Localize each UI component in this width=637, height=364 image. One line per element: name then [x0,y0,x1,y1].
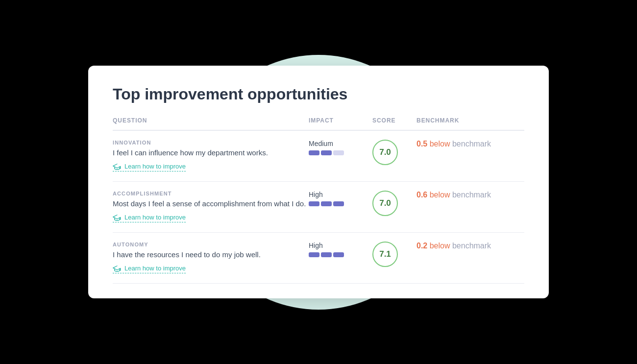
impact-bar-seg [309,150,319,155]
benchmark-value: 0.5 [416,140,430,148]
table-row: INNOVATION I feel I can influence how my… [113,130,524,182]
impact-label: Medium [309,140,372,147]
graduation-cap-icon [113,214,122,221]
learn-link-text: Learn how to improve [124,265,186,272]
impact-bar-seg [309,252,319,257]
impact-cell: High [309,233,372,284]
impact-cell: High [309,182,372,233]
score-circle: 7.0 [372,140,398,165]
question-cell: ACCOMPLISHMENT Most days I feel a sense … [113,182,309,233]
category-label: AUTONOMY [113,242,309,247]
impact-bar-seg [333,252,344,257]
category-label: INNOVATION [113,140,309,146]
question-cell: AUTONOMY I have the resources I need to … [113,233,309,284]
learn-link[interactable]: Learn how to improve [113,214,186,222]
col-header-score: SCORE [372,117,416,130]
main-card: Top improvement opportunities QUESTION I… [88,66,549,298]
table-row: ACCOMPLISHMENT Most days I feel a sense … [113,182,524,233]
benchmark-cell: 0.2 below benchmark [416,233,524,284]
category-label: ACCOMPLISHMENT [113,191,309,196]
opportunities-table: QUESTION IMPACT SCORE BENCHMARK INNOVATI… [113,117,524,284]
learn-link[interactable]: Learn how to improve [113,163,186,171]
impact-bar-seg [321,252,332,257]
learn-link[interactable]: Learn how to improve [113,265,186,273]
question-cell: INNOVATION I feel I can influence how my… [113,130,309,182]
card-title: Top improvement opportunities [113,85,524,103]
benchmark-below: below [430,140,452,148]
impact-cell: Medium [309,130,372,182]
impact-bar-seg [309,201,319,206]
score-circle: 7.1 [372,242,398,267]
benchmark-below: below [430,191,452,199]
table-row: AUTONOMY I have the resources I need to … [113,233,524,284]
impact-bar [309,252,372,257]
impact-bar-seg [321,150,332,155]
score-cell: 7.0 [372,182,416,233]
benchmark-value: 0.6 [416,191,430,199]
learn-link-text: Learn how to improve [124,163,186,170]
score-cell: 7.0 [372,130,416,182]
impact-label: High [309,242,372,249]
benchmark-cell: 0.6 below benchmark [416,182,524,233]
col-header-impact: IMPACT [309,117,372,130]
benchmark-label: benchmark [452,140,491,148]
impact-bar-seg [333,150,344,155]
score-cell: 7.1 [372,233,416,284]
graduation-cap-icon [113,163,122,170]
impact-bar-seg [321,201,332,206]
benchmark-cell: 0.5 below benchmark [416,130,524,182]
question-text: I have the resources I need to do my job… [113,249,309,260]
impact-bar-seg [333,201,344,206]
impact-bar [309,150,372,155]
impact-bar [309,201,372,206]
question-text: I feel I can influence how my department… [113,147,309,158]
benchmark-label: benchmark [452,242,491,250]
graduation-cap-icon [113,265,122,272]
benchmark-value: 0.2 [416,242,430,250]
learn-link-text: Learn how to improve [124,214,186,221]
benchmark-label: benchmark [452,191,491,199]
benchmark-below: below [430,242,452,250]
col-header-question: QUESTION [113,117,309,130]
question-text: Most days I feel a sense of accomplishme… [113,198,309,209]
score-circle: 7.0 [372,191,398,216]
impact-label: High [309,191,372,198]
col-header-benchmark: BENCHMARK [416,117,524,130]
